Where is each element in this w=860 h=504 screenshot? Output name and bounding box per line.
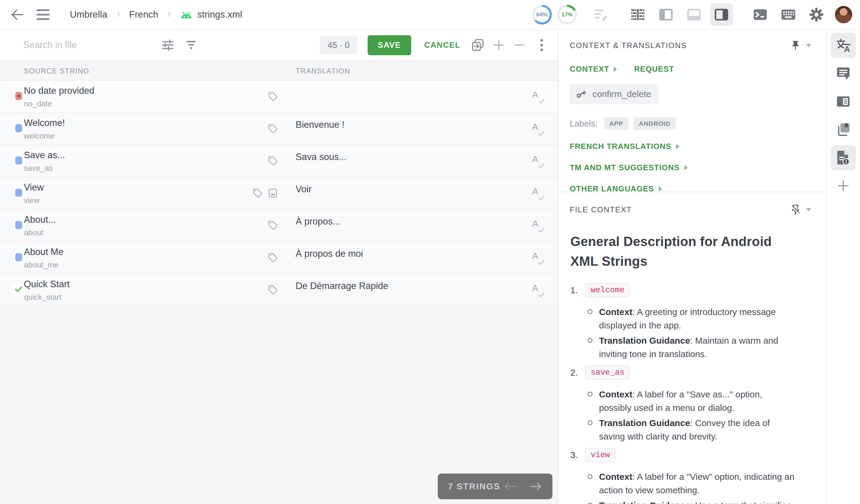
string-row[interactable]: About Me about_me À propos de moi A — [0, 242, 558, 274]
translations-tool-icon[interactable]: A — [831, 33, 856, 58]
approved-progress-ring[interactable]: 17% — [557, 5, 577, 25]
next-page-arrow-icon[interactable] — [529, 481, 542, 491]
strings-pager-bar: 7 STRINGS — [438, 474, 553, 499]
string-key-text: welcome — [24, 131, 55, 141]
doc-context-bullet: Context: A greeting or introductory mess… — [587, 305, 796, 332]
editor-toolbar: 45 · 0 SAVE CANCEL — [0, 30, 558, 61]
panel-section-link[interactable]: OTHER LANGUAGES — [570, 184, 815, 192]
search-input[interactable] — [23, 40, 152, 51]
string-row[interactable]: No date provided no_date A — [0, 81, 558, 113]
source-string-text: Save as... — [24, 150, 65, 161]
string-status-icon — [11, 89, 26, 103]
top-header: Umbrella › French › strings.xml 64% 17% — [0, 0, 860, 30]
tasks-edit-icon[interactable] — [593, 6, 610, 23]
source-string-text: View — [24, 182, 44, 193]
keyboard-shortcuts-icon[interactable] — [780, 6, 797, 23]
cancel-button[interactable]: CANCEL — [424, 41, 461, 50]
string-row[interactable]: Save as... save_as Sava sous... A — [0, 145, 558, 177]
label-chip-android: ANDROID — [634, 117, 675, 130]
string-row[interactable]: Quick Start quick_start De Démarrage Rap… — [0, 274, 558, 306]
string-status-icon — [11, 250, 26, 264]
string-row[interactable]: Welcome! welcome Bienvenue ! A — [0, 113, 558, 145]
untranslated-counter: 45 · 0 — [320, 36, 357, 54]
label-chip-app: APP — [604, 117, 629, 130]
spellcheck-approve-icon[interactable]: A — [532, 218, 545, 233]
string-key-text: quick_start — [24, 293, 61, 302]
panel-section-link[interactable]: FRENCH TRANSLATIONS — [570, 142, 815, 151]
copy-source-icon[interactable] — [470, 37, 486, 54]
spellcheck-approve-icon[interactable]: A — [532, 251, 545, 266]
spellcheck-approve-icon[interactable]: A — [532, 89, 545, 104]
translation-text: Bienvenue ! — [296, 119, 345, 130]
doc-context-bullet: Context: A label for a "View" option, in… — [587, 470, 796, 497]
breadcrumb-separator: › — [116, 8, 120, 20]
right-panel-view-icon-active[interactable] — [710, 3, 733, 26]
panel-section-links: FRENCH TRANSLATIONS TM AND MT SUGGESTION… — [570, 142, 815, 192]
back-button[interactable] — [9, 6, 26, 23]
file-context-title: FILE CONTEXT — [570, 205, 632, 214]
user-avatar[interactable] — [835, 6, 852, 23]
doc-guidance-bullet: Translation Guidance: Use a term that si… — [587, 499, 796, 504]
save-button[interactable]: SAVE — [368, 35, 411, 55]
add-panel-icon[interactable] — [831, 173, 856, 198]
spellcheck-approve-icon[interactable]: A — [532, 186, 545, 201]
unpin-icon[interactable] — [789, 203, 802, 216]
collapse-caret-icon[interactable] — [802, 39, 815, 52]
file-context-tool-icon[interactable] — [831, 145, 856, 170]
translation-text: Sava sous... — [296, 152, 347, 162]
pin-icon[interactable] — [789, 39, 802, 52]
context-translations-title: CONTEXT & TRANSLATIONS — [570, 41, 687, 50]
string-key-text: no_date — [24, 99, 52, 109]
more-options-kebab-icon[interactable] — [533, 37, 550, 54]
context-expand-icon — [614, 67, 617, 72]
doc-list: welcome Context: A greeting or introduct… — [570, 283, 815, 504]
approved-check-icon — [14, 285, 23, 294]
spellcheck-approve-icon[interactable]: A — [532, 122, 545, 137]
main-menu-button[interactable] — [35, 6, 51, 23]
column-header-translation: TRANSLATION — [296, 67, 350, 75]
column-header-source: SOURCE STRING — [24, 67, 89, 75]
source-string-text: No date provided — [24, 85, 94, 96]
settings-gear-icon[interactable] — [808, 6, 825, 23]
string-row[interactable]: About... about À propos... A — [0, 210, 558, 242]
tab-context[interactable]: CONTEXT — [570, 64, 617, 74]
spellcheck-approve-icon[interactable]: A — [532, 154, 545, 169]
zoom-out-icon[interactable] — [511, 37, 528, 54]
doc-context-bullet: Context: A label for a "Save as..." opti… — [587, 388, 796, 414]
context-translations-section: CONTEXT & TRANSLATIONS CONTEXT REQUEST — [558, 30, 826, 192]
collapse-caret-icon[interactable] — [802, 203, 815, 216]
string-key-text: about — [24, 228, 43, 237]
side-by-side-view-icon[interactable] — [629, 6, 646, 23]
file-context-document: General Description for Android XML Stri… — [570, 232, 815, 504]
expand-chevron-icon — [659, 186, 662, 192]
file-context-section: FILE CONTEXT General Description for And… — [558, 192, 826, 504]
breadcrumb-project[interactable]: Umbrella — [70, 9, 108, 20]
comments-tool-icon[interactable] — [831, 61, 856, 86]
tab-request[interactable]: REQUEST — [634, 64, 674, 74]
previous-page-arrow-icon[interactable] — [503, 481, 517, 491]
string-key-chip: confirm_delete — [570, 84, 659, 104]
left-panel-view-icon[interactable] — [658, 6, 674, 23]
spellcheck-approve-icon[interactable]: A — [532, 283, 545, 298]
doc-heading: General Description for Android XML Stri… — [570, 232, 788, 271]
advanced-filter-icon[interactable] — [159, 37, 176, 54]
panel-section-link[interactable]: TM AND MT SUGGESTIONS — [570, 163, 815, 172]
zoom-in-icon[interactable] — [490, 37, 507, 54]
translated-progress-ring[interactable]: 64% — [532, 5, 552, 25]
bottom-panel-view-icon[interactable] — [686, 6, 702, 23]
source-string-text: Quick Start — [24, 279, 70, 290]
translation-text: Voir — [296, 184, 312, 195]
tag-icon — [268, 253, 278, 262]
tag-icon — [268, 220, 278, 230]
terminal-icon[interactable] — [752, 6, 769, 23]
breadcrumb-language[interactable]: French — [129, 9, 158, 20]
filter-icon[interactable] — [183, 37, 199, 54]
string-row[interactable]: View view Voir A — [0, 177, 558, 210]
string-status-icon — [11, 218, 26, 232]
string-info-card-icon[interactable] — [831, 89, 856, 114]
glossary-tool-icon[interactable] — [831, 117, 856, 142]
breadcrumb-file[interactable]: strings.xml — [197, 9, 242, 20]
string-list-area: SOURCE STRING TRANSLATION No date provid… — [0, 61, 558, 504]
translation-text: À propos... — [296, 216, 341, 227]
key-icon — [574, 87, 589, 102]
